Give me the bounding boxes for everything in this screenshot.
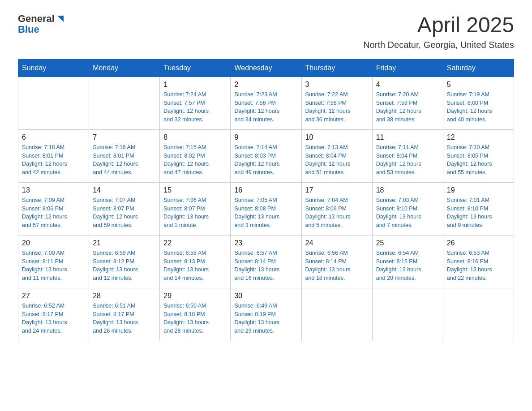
logo-general: General: [18, 13, 55, 24]
day-number: 6: [22, 133, 85, 141]
day-number: 30: [234, 292, 297, 300]
calendar-cell: [443, 288, 514, 341]
day-number: 7: [93, 133, 156, 141]
title-block: April 2025 North Decatur, Georgia, Unite…: [363, 13, 514, 50]
day-number: 22: [163, 239, 227, 247]
calendar-cell: [301, 288, 372, 341]
day-info: Sunrise: 7:00 AM Sunset: 8:11 PM Dayligh…: [22, 249, 85, 283]
day-info: Sunrise: 6:57 AM Sunset: 8:14 PM Dayligh…: [234, 249, 297, 283]
logo-wordmark: General Blue: [18, 13, 66, 35]
day-info: Sunrise: 7:09 AM Sunset: 8:06 PM Dayligh…: [22, 196, 85, 230]
calendar-week-row: 13Sunrise: 7:09 AM Sunset: 8:06 PM Dayli…: [18, 182, 514, 235]
calendar-cell: 28Sunrise: 6:51 AM Sunset: 8:17 PM Dayli…: [89, 288, 160, 341]
day-number: 26: [447, 239, 510, 247]
calendar-cell: 26Sunrise: 6:53 AM Sunset: 8:16 PM Dayli…: [443, 235, 514, 288]
location-subtitle: North Decatur, Georgia, United States: [363, 40, 514, 50]
day-number: 20: [22, 239, 85, 247]
day-info: Sunrise: 7:24 AM Sunset: 7:57 PM Dayligh…: [163, 90, 227, 124]
calendar-cell: 22Sunrise: 6:58 AM Sunset: 8:13 PM Dayli…: [160, 235, 231, 288]
day-number: 8: [163, 133, 227, 141]
day-info: Sunrise: 7:15 AM Sunset: 8:02 PM Dayligh…: [163, 143, 227, 177]
page-header: General Blue April 2025 North Decatur, G…: [18, 13, 514, 50]
calendar-cell: 27Sunrise: 6:52 AM Sunset: 8:17 PM Dayli…: [18, 288, 89, 341]
day-number: 19: [447, 186, 510, 194]
day-info: Sunrise: 7:16 AM Sunset: 8:01 PM Dayligh…: [93, 143, 156, 177]
calendar-cell: 10Sunrise: 7:13 AM Sunset: 8:04 PM Dayli…: [301, 129, 372, 182]
day-info: Sunrise: 6:51 AM Sunset: 8:17 PM Dayligh…: [93, 302, 156, 335]
day-number: 18: [376, 186, 439, 194]
calendar-cell: [18, 77, 89, 129]
weekday-header-monday: Monday: [89, 59, 160, 77]
calendar-cell: 5Sunrise: 7:19 AM Sunset: 8:00 PM Daylig…: [443, 77, 514, 129]
calendar-cell: 4Sunrise: 7:20 AM Sunset: 7:59 PM Daylig…: [372, 77, 443, 129]
day-info: Sunrise: 6:59 AM Sunset: 8:12 PM Dayligh…: [93, 249, 156, 283]
day-info: Sunrise: 7:05 AM Sunset: 8:08 PM Dayligh…: [234, 196, 297, 230]
day-info: Sunrise: 7:18 AM Sunset: 8:01 PM Dayligh…: [22, 143, 85, 177]
svg-marker-0: [57, 16, 64, 22]
month-title: April 2025: [363, 13, 514, 37]
calendar-cell: 14Sunrise: 7:07 AM Sunset: 8:07 PM Dayli…: [89, 182, 160, 235]
day-number: 25: [376, 239, 439, 247]
logo-blue: Blue: [18, 24, 39, 35]
calendar-cell: 24Sunrise: 6:56 AM Sunset: 8:14 PM Dayli…: [301, 235, 372, 288]
day-number: 16: [234, 186, 297, 194]
day-number: 24: [305, 239, 369, 247]
day-info: Sunrise: 7:10 AM Sunset: 8:05 PM Dayligh…: [447, 143, 510, 177]
day-info: Sunrise: 7:23 AM Sunset: 7:58 PM Dayligh…: [234, 90, 297, 124]
calendar-cell: 1Sunrise: 7:24 AM Sunset: 7:57 PM Daylig…: [160, 77, 231, 129]
day-info: Sunrise: 6:56 AM Sunset: 8:14 PM Dayligh…: [305, 249, 369, 283]
day-info: Sunrise: 7:04 AM Sunset: 8:09 PM Dayligh…: [305, 196, 369, 230]
calendar-cell: 17Sunrise: 7:04 AM Sunset: 8:09 PM Dayli…: [301, 182, 372, 235]
weekday-header-thursday: Thursday: [301, 59, 372, 77]
day-number: 11: [376, 133, 439, 141]
calendar-cell: 6Sunrise: 7:18 AM Sunset: 8:01 PM Daylig…: [18, 129, 89, 182]
day-number: 23: [234, 239, 297, 247]
day-info: Sunrise: 6:53 AM Sunset: 8:16 PM Dayligh…: [447, 249, 510, 283]
weekday-header-tuesday: Tuesday: [160, 59, 231, 77]
day-info: Sunrise: 7:20 AM Sunset: 7:59 PM Dayligh…: [376, 90, 439, 124]
calendar-cell: 23Sunrise: 6:57 AM Sunset: 8:14 PM Dayli…: [231, 235, 301, 288]
calendar-cell: 15Sunrise: 7:06 AM Sunset: 8:07 PM Dayli…: [160, 182, 231, 235]
day-info: Sunrise: 7:01 AM Sunset: 8:10 PM Dayligh…: [447, 196, 510, 230]
day-info: Sunrise: 6:50 AM Sunset: 8:18 PM Dayligh…: [163, 302, 227, 335]
calendar-cell: 21Sunrise: 6:59 AM Sunset: 8:12 PM Dayli…: [89, 235, 160, 288]
day-number: 10: [305, 133, 369, 141]
calendar-cell: 19Sunrise: 7:01 AM Sunset: 8:10 PM Dayli…: [443, 182, 514, 235]
calendar-cell: [89, 77, 160, 129]
calendar-week-row: 6Sunrise: 7:18 AM Sunset: 8:01 PM Daylig…: [18, 129, 514, 182]
calendar-cell: 2Sunrise: 7:23 AM Sunset: 7:58 PM Daylig…: [231, 77, 301, 129]
day-info: Sunrise: 6:54 AM Sunset: 8:15 PM Dayligh…: [376, 249, 439, 283]
logo-triangle-icon: [56, 14, 65, 24]
calendar-cell: 7Sunrise: 7:16 AM Sunset: 8:01 PM Daylig…: [89, 129, 160, 182]
day-number: 2: [234, 81, 297, 89]
day-info: Sunrise: 7:13 AM Sunset: 8:04 PM Dayligh…: [305, 143, 369, 177]
calendar-cell: 9Sunrise: 7:14 AM Sunset: 8:03 PM Daylig…: [231, 129, 301, 182]
day-info: Sunrise: 6:49 AM Sunset: 8:19 PM Dayligh…: [234, 302, 297, 335]
logo: General Blue: [18, 13, 66, 35]
calendar-cell: [372, 288, 443, 341]
calendar-week-row: 1Sunrise: 7:24 AM Sunset: 7:57 PM Daylig…: [18, 77, 514, 129]
calendar-cell: 13Sunrise: 7:09 AM Sunset: 8:06 PM Dayli…: [18, 182, 89, 235]
calendar-cell: 30Sunrise: 6:49 AM Sunset: 8:19 PM Dayli…: [231, 288, 301, 341]
day-info: Sunrise: 6:52 AM Sunset: 8:17 PM Dayligh…: [22, 302, 85, 335]
calendar-cell: 20Sunrise: 7:00 AM Sunset: 8:11 PM Dayli…: [18, 235, 89, 288]
day-info: Sunrise: 7:22 AM Sunset: 7:58 PM Dayligh…: [305, 90, 369, 124]
day-number: 9: [234, 133, 297, 141]
calendar-week-row: 20Sunrise: 7:00 AM Sunset: 8:11 PM Dayli…: [18, 235, 514, 288]
calendar-cell: 8Sunrise: 7:15 AM Sunset: 8:02 PM Daylig…: [160, 129, 231, 182]
day-number: 5: [447, 81, 510, 89]
day-number: 15: [163, 186, 227, 194]
day-info: Sunrise: 7:19 AM Sunset: 8:00 PM Dayligh…: [447, 90, 510, 124]
day-number: 29: [163, 292, 227, 300]
day-info: Sunrise: 7:14 AM Sunset: 8:03 PM Dayligh…: [234, 143, 297, 177]
day-number: 17: [305, 186, 369, 194]
day-info: Sunrise: 7:11 AM Sunset: 8:04 PM Dayligh…: [376, 143, 439, 177]
day-info: Sunrise: 7:07 AM Sunset: 8:07 PM Dayligh…: [93, 196, 156, 230]
day-number: 28: [93, 292, 156, 300]
calendar-cell: 11Sunrise: 7:11 AM Sunset: 8:04 PM Dayli…: [372, 129, 443, 182]
day-number: 12: [447, 133, 510, 141]
day-number: 27: [22, 292, 85, 300]
day-number: 4: [376, 81, 439, 89]
calendar-table: SundayMondayTuesdayWednesdayThursdayFrid…: [18, 59, 514, 341]
weekday-header-friday: Friday: [372, 59, 443, 77]
